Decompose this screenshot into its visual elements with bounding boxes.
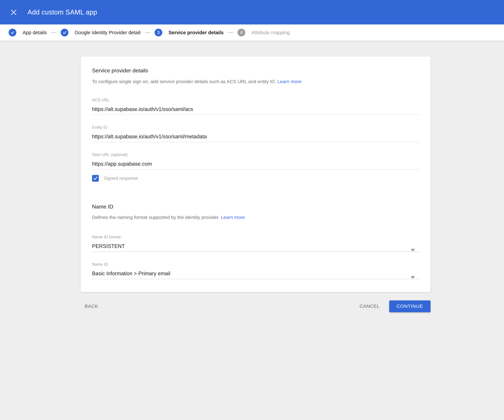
acs-url-input[interactable]: https://alt.supabase.io/auth/v1/sso/saml… bbox=[92, 106, 420, 113]
step-attribute-mapping: 4 Attribute mapping bbox=[238, 29, 290, 37]
field-underline bbox=[92, 251, 420, 252]
signed-response-checkbox[interactable] bbox=[92, 175, 99, 182]
step-connector bbox=[228, 32, 233, 33]
acs-url-field: ACS URL https://alt.supabase.io/auth/v1/… bbox=[92, 98, 420, 115]
step-connector bbox=[145, 32, 150, 33]
step-4-label: Attribute mapping bbox=[252, 30, 290, 36]
step-2-label: Google Identity Provider details bbox=[75, 30, 141, 36]
field-underline bbox=[92, 169, 420, 170]
field-underline bbox=[92, 142, 420, 142]
step-google-idp-details: Google Identity Provider details bbox=[61, 29, 141, 37]
name-id-format-select[interactable]: Name ID format PERSISTENT bbox=[92, 235, 420, 252]
continue-button[interactable]: CONTINUE bbox=[389, 300, 431, 312]
learn-more-link[interactable]: Learn more bbox=[277, 79, 301, 84]
check-icon bbox=[63, 30, 66, 35]
start-url-input[interactable]: https://app.supabase.com bbox=[92, 161, 420, 167]
signed-response-row: Signed response bbox=[92, 175, 420, 182]
card-description-text: To configure single sign on, add service… bbox=[92, 79, 276, 84]
field-underline bbox=[92, 115, 420, 115]
dialog-title: Add custom SAML app bbox=[27, 8, 97, 16]
step-1-label: App details bbox=[23, 30, 47, 36]
step-app-details: App details bbox=[9, 29, 47, 37]
name-id-format-value[interactable]: PERSISTENT bbox=[92, 243, 420, 250]
name-id-section-title: Name ID bbox=[92, 203, 420, 210]
step-4-circle: 4 bbox=[238, 29, 245, 37]
wizard-stepper: App details Google Identity Provider det… bbox=[0, 24, 504, 41]
step-connector bbox=[51, 32, 56, 33]
entity-id-input[interactable]: https://alt.supabase.io/auth/v1/sso/saml… bbox=[92, 134, 420, 140]
card-title: Service provider details bbox=[92, 67, 420, 74]
name-id-value[interactable]: Basic Information > Primary email bbox=[92, 270, 420, 277]
card-description: To configure single sign on, add service… bbox=[92, 79, 420, 85]
learn-more-link[interactable]: Learn more bbox=[221, 215, 245, 220]
name-id-section-description: Defines the naming format supported by t… bbox=[92, 214, 420, 220]
cancel-button[interactable]: CANCEL bbox=[355, 300, 384, 312]
dialog-header: Add custom SAML app bbox=[0, 0, 504, 24]
dropdown-arrow-icon[interactable] bbox=[411, 276, 415, 279]
name-id-label: Name ID bbox=[92, 262, 420, 266]
name-id-select[interactable]: Name ID Basic Information > Primary emai… bbox=[92, 262, 420, 279]
close-button[interactable] bbox=[9, 7, 19, 17]
step-3-label: Service provider details bbox=[168, 30, 224, 36]
entity-id-label: Entity ID bbox=[92, 125, 420, 129]
name-id-format-label: Name ID format bbox=[92, 235, 420, 239]
acs-url-label: ACS URL bbox=[92, 98, 420, 102]
step-1-circle bbox=[9, 29, 16, 37]
signed-response-label: Signed response bbox=[104, 176, 138, 181]
start-url-field: Start URL (optional) https://app.supabas… bbox=[92, 153, 420, 170]
entity-id-field: Entity ID https://alt.supabase.io/auth/v… bbox=[92, 125, 420, 142]
close-icon bbox=[11, 9, 17, 16]
wizard-footer: BACK CANCEL CONTINUE bbox=[81, 300, 431, 312]
dropdown-arrow-icon[interactable] bbox=[411, 249, 415, 252]
service-provider-details-card: Service provider details To configure si… bbox=[81, 56, 431, 292]
back-button[interactable]: BACK bbox=[81, 300, 102, 312]
checkmark-icon bbox=[93, 176, 98, 181]
step-3-circle: 3 bbox=[155, 29, 162, 37]
start-url-label: Start URL (optional) bbox=[92, 153, 420, 157]
name-id-description-text: Defines the naming format supported by t… bbox=[92, 215, 219, 220]
step-service-provider-details: 3 Service provider details bbox=[155, 29, 224, 37]
step-2-circle bbox=[61, 29, 68, 37]
check-icon bbox=[11, 30, 14, 35]
field-underline bbox=[92, 279, 420, 279]
